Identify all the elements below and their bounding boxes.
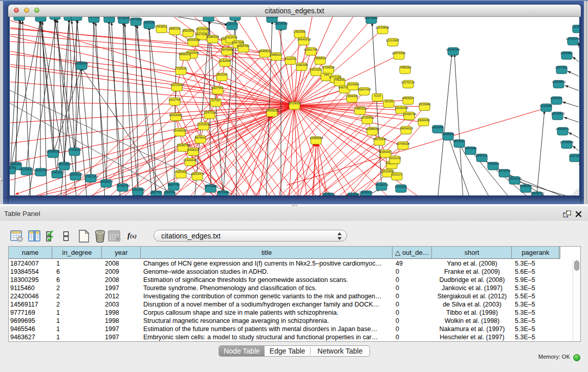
svg-text:9384067: 9384067 xyxy=(380,150,392,154)
svg-text:3912954: 3912954 xyxy=(182,29,194,32)
svg-text:20206536: 20206536 xyxy=(47,150,60,153)
svg-text:3960124: 3960124 xyxy=(168,27,181,30)
svg-text:7955812: 7955812 xyxy=(314,57,326,60)
svg-text:14136141: 14136141 xyxy=(359,191,373,194)
svg-text:12505135: 12505135 xyxy=(69,173,83,176)
svg-text:2322546: 2322546 xyxy=(225,36,237,39)
svg-text:10025438: 10025438 xyxy=(395,106,408,110)
svg-text:7625402: 7625402 xyxy=(175,170,187,173)
svg-text:10756928: 10756928 xyxy=(396,142,410,145)
svg-text:12975125: 12975125 xyxy=(401,81,415,84)
svg-text:7515526: 7515526 xyxy=(143,21,155,24)
svg-text:8938924: 8938924 xyxy=(442,133,454,136)
svg-text:6216: 6216 xyxy=(374,94,381,97)
svg-text:17359934: 17359934 xyxy=(68,148,82,151)
svg-text:9115460: 9115460 xyxy=(419,103,431,106)
svg-text:1362635: 1362635 xyxy=(293,30,306,33)
svg-text:62160: 62160 xyxy=(385,100,394,103)
svg-text:16640910: 16640910 xyxy=(297,38,311,41)
svg-text:19166825: 19166825 xyxy=(173,129,187,132)
svg-text:12923446: 12923446 xyxy=(132,188,145,191)
svg-text:2967608: 2967608 xyxy=(232,41,244,44)
svg-text:8186328: 8186328 xyxy=(207,35,219,38)
svg-text:19218506: 19218506 xyxy=(274,22,288,25)
svg-text:6899695: 6899695 xyxy=(418,119,430,122)
svg-text:16210643: 16210643 xyxy=(551,112,565,115)
svg-text:1990448: 1990448 xyxy=(296,63,308,67)
svg-text:1292344: 1292344 xyxy=(163,191,176,194)
svg-text:6466160: 6466160 xyxy=(103,17,115,18)
svg-text:16782759: 16782759 xyxy=(116,184,130,187)
svg-text:1733426: 1733426 xyxy=(395,185,407,188)
svg-text:7663822: 7663822 xyxy=(155,25,167,28)
svg-text:8215958: 8215958 xyxy=(540,104,552,107)
svg-text:10671355: 10671355 xyxy=(129,18,143,21)
svg-text:15751074: 15751074 xyxy=(566,37,579,40)
svg-text:1527602: 1527602 xyxy=(88,17,100,18)
svg-text:13384554: 13384554 xyxy=(310,137,323,140)
svg-text:18300295: 18300295 xyxy=(266,109,279,112)
svg-text:9227343: 9227343 xyxy=(555,66,568,69)
svg-text:12213363: 12213363 xyxy=(170,83,184,86)
svg-text:8471676: 8471676 xyxy=(498,169,511,172)
svg-text:6794028: 6794028 xyxy=(322,66,335,69)
svg-text:18724007: 18724007 xyxy=(288,102,301,105)
svg-text:17957263: 17957263 xyxy=(84,175,98,178)
svg-text:1615132: 1615132 xyxy=(389,157,401,160)
svg-text:1112503: 1112503 xyxy=(572,25,579,28)
svg-text:13495796: 13495796 xyxy=(403,113,417,116)
svg-text:1640954: 1640954 xyxy=(431,126,444,129)
svg-text:7986322: 7986322 xyxy=(354,107,366,110)
svg-text:16154808: 16154808 xyxy=(376,26,389,29)
svg-text:16543362: 16543362 xyxy=(187,38,201,41)
svg-text:10973493: 10973493 xyxy=(392,52,406,55)
svg-text:3624554: 3624554 xyxy=(347,83,359,86)
svg-text:39975867: 39975867 xyxy=(58,163,72,166)
svg-text:20053346: 20053346 xyxy=(75,62,89,65)
svg-text:16654983: 16654983 xyxy=(169,114,183,117)
svg-text:9245052: 9245052 xyxy=(519,185,532,188)
svg-text:7632621: 7632621 xyxy=(487,162,499,165)
svg-text:7357274: 7357274 xyxy=(226,23,238,26)
svg-text:2364436: 2364436 xyxy=(346,95,358,98)
svg-text:10046788: 10046788 xyxy=(177,144,190,147)
svg-text:7485063: 7485063 xyxy=(399,66,411,69)
svg-text:3267110: 3267110 xyxy=(204,111,216,114)
svg-text:1145193: 1145193 xyxy=(51,171,63,174)
svg-text:8454749: 8454749 xyxy=(237,45,249,48)
svg-text:9899612: 9899612 xyxy=(179,53,191,56)
svg-text:9474444: 9474444 xyxy=(465,147,477,150)
svg-text:1588520: 1588520 xyxy=(270,53,282,56)
svg-text:1610755: 1610755 xyxy=(168,98,181,101)
svg-text:12942737: 12942737 xyxy=(34,169,48,172)
svg-text:10688609: 10688609 xyxy=(365,127,379,130)
svg-text:10648764: 10648764 xyxy=(446,48,460,51)
svg-text:26872662: 26872662 xyxy=(364,17,378,19)
svg-text:15720407: 15720407 xyxy=(360,116,374,119)
svg-text:20691406: 20691406 xyxy=(34,17,48,17)
svg-text:803144: 803144 xyxy=(217,73,228,76)
svg-text:9657791: 9657791 xyxy=(168,183,180,186)
svg-text:9329966: 9329966 xyxy=(560,52,573,55)
svg-text:1571648: 1571648 xyxy=(217,191,229,194)
svg-text:14136141: 14136141 xyxy=(375,183,389,186)
svg-text:13353594: 13353594 xyxy=(197,123,211,126)
svg-text:887834: 887834 xyxy=(195,136,206,139)
svg-text:3875685: 3875685 xyxy=(221,48,233,51)
svg-text:24055712: 24055712 xyxy=(531,192,545,195)
svg-text:945: 945 xyxy=(324,73,330,76)
svg-text:10654112: 10654112 xyxy=(508,177,522,180)
svg-text:9463627: 9463627 xyxy=(402,97,415,100)
svg-text:12093822: 12093822 xyxy=(552,80,566,83)
svg-text:10958107: 10958107 xyxy=(100,180,114,183)
svg-text:252214: 252214 xyxy=(391,173,402,176)
svg-text:9427552: 9427552 xyxy=(211,86,224,90)
svg-text:2935114: 2935114 xyxy=(476,154,488,157)
svg-text:10961758: 10961758 xyxy=(304,48,318,51)
svg-text:9827508: 9827508 xyxy=(195,33,207,36)
svg-text:1621022: 1621022 xyxy=(310,68,322,71)
svg-text:2718129: 2718129 xyxy=(175,67,187,70)
svg-text:15692971: 15692971 xyxy=(556,127,570,130)
svg-text:10807467: 10807467 xyxy=(358,88,372,91)
svg-text:1167533: 1167533 xyxy=(570,155,579,158)
